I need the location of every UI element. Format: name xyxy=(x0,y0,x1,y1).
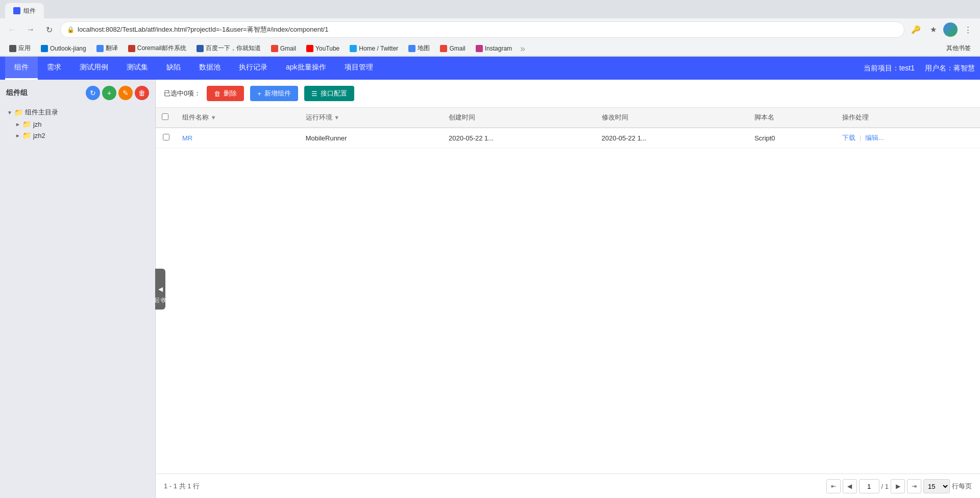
nav-item-bugs[interactable]: 缺陷 xyxy=(157,57,190,80)
sidebar-add-btn[interactable]: + xyxy=(102,86,116,100)
youtube-favicon xyxy=(306,45,313,52)
bookmark-coremail[interactable]: Coremail邮件系统 xyxy=(124,43,190,54)
pagination-bar: 1 - 1 共 1 行 ⇤ ◀ / 1 ▶ ⇥ 15 30 50 100 行每页 xyxy=(156,473,980,498)
outlook-favicon xyxy=(41,45,48,52)
jzh-toggle-icon: ► xyxy=(15,122,20,127)
tree-root[interactable]: ▼ 📁 组件主目录 xyxy=(4,106,151,118)
interface-config-button[interactable]: ☰ 接口配置 xyxy=(304,86,354,101)
selected-count: 已选中0项： xyxy=(164,89,201,98)
download-link[interactable]: 下载 xyxy=(842,134,855,141)
bookmark-twitter[interactable]: Home / Twitter xyxy=(346,44,402,53)
add-component-button[interactable]: + 新增组件 xyxy=(250,86,298,101)
page-number-input[interactable] xyxy=(859,479,879,493)
browser-tabs: 组件 xyxy=(0,0,980,18)
bookmark-other-books[interactable]: 其他书签 xyxy=(942,43,975,54)
delete-button[interactable]: 🗑 删除 xyxy=(207,86,244,101)
delete-icon: 🗑 xyxy=(214,90,220,98)
table-row: MR MobileRunner 2020-05-22 1... 2020-05-… xyxy=(156,128,980,148)
bookmark-gmail2[interactable]: Gmail xyxy=(436,44,469,53)
prev-page-btn[interactable]: ◀ xyxy=(843,479,857,493)
nav-item-components[interactable]: 组件 xyxy=(5,57,38,80)
row-actions-cell: 下载 | 编辑... xyxy=(836,128,980,148)
per-page-select[interactable]: 15 30 50 100 xyxy=(923,479,950,493)
bookmark-gmail1[interactable]: Gmail xyxy=(267,44,300,53)
header-created: 创建时间 xyxy=(443,108,596,128)
row-name-cell[interactable]: MR xyxy=(176,128,300,148)
table-body: MR MobileRunner 2020-05-22 1... 2020-05-… xyxy=(156,128,980,148)
tree-item-jzh[interactable]: ► 📁 jzh xyxy=(12,118,151,130)
bookmarks-bar: 应用 Outlook-jiang 翻译 Coremail邮件系统 百度一下，你就… xyxy=(0,41,980,56)
env-filter-icon[interactable]: ▼ xyxy=(334,114,339,121)
toolbar-actions: 🔑 ★ ⋮ xyxy=(909,22,975,37)
component-tree: ▼ 📁 组件主目录 ► 📁 jzh ► 📁 jzh2 xyxy=(4,106,151,141)
sidebar-refresh-btn[interactable]: ↻ xyxy=(86,86,100,100)
bookmark-instagram-label: Instagram xyxy=(485,45,512,52)
content-area: 已选中0项： 🗑 删除 + 新增组件 ☰ 接口配置 xyxy=(156,80,980,498)
active-tab[interactable]: 组件 xyxy=(5,3,44,18)
nav-item-requirements[interactable]: 需求 xyxy=(38,57,70,80)
nav-item-projectmgmt[interactable]: 项目管理 xyxy=(335,57,382,80)
tree-item-jzh2[interactable]: ► 📁 jzh2 xyxy=(12,130,151,141)
user-label: 用户名：蒋智慧 xyxy=(925,64,975,73)
nav-item-execution[interactable]: 执行记录 xyxy=(230,57,277,80)
bookmark-instagram[interactable]: Instagram xyxy=(472,44,516,53)
edit-link[interactable]: 编辑... xyxy=(865,134,884,141)
action-bar: 已选中0项： 🗑 删除 + 新增组件 ☰ 接口配置 xyxy=(156,80,980,108)
lock-icon: 🔒 xyxy=(67,26,75,33)
bookmark-gmail1-label: Gmail xyxy=(280,45,296,52)
first-page-btn[interactable]: ⇤ xyxy=(826,479,841,493)
row-modified-cell: 2020-05-22 1... xyxy=(596,128,749,148)
maps-favicon xyxy=(408,45,415,52)
jzh2-folder-icon: 📁 xyxy=(22,131,31,139)
address-bar[interactable]: 🔒 localhost:8082/TestLab/atf/index.html?… xyxy=(60,21,904,38)
project-label: 当前项目：test1 xyxy=(864,64,915,73)
bookmark-baidu-label: 百度一下，你就知道 xyxy=(206,44,261,53)
nav-item-testcases[interactable]: 测试用例 xyxy=(70,57,117,80)
last-page-btn[interactable]: ⇥ xyxy=(907,479,921,493)
twitter-favicon xyxy=(350,45,357,52)
table-header: 组件名称 ▼ 运行环境 ▼ 创建时间 修改时间 xyxy=(156,108,980,128)
nav-item-apk[interactable]: apk批量操作 xyxy=(277,57,335,80)
avatar-btn[interactable] xyxy=(943,22,958,37)
collapse-arrow-icon: ◀ xyxy=(158,286,163,293)
bookmark-maps[interactable]: 地图 xyxy=(404,43,434,54)
bookmark-translate[interactable]: 翻译 xyxy=(92,43,122,54)
header-actions: 操作处理 xyxy=(836,108,980,128)
tab-label: 组件 xyxy=(23,7,36,15)
table-container: 组件名称 ▼ 运行环境 ▼ 创建时间 修改时间 xyxy=(156,108,980,473)
refresh-button[interactable]: ↻ xyxy=(42,22,56,37)
bookmark-apps[interactable]: 应用 xyxy=(5,43,35,54)
header-env: 运行环境 ▼ xyxy=(300,108,443,128)
tree-item-jzh2-label: jzh2 xyxy=(33,132,45,139)
forward-button[interactable]: → xyxy=(23,22,38,37)
interface-icon: ☰ xyxy=(311,90,317,98)
back-button[interactable]: ← xyxy=(5,22,19,37)
page-controls: ⇤ ◀ / 1 ▶ ⇥ 15 30 50 100 行每页 xyxy=(826,479,972,493)
nav-item-datapool[interactable]: 数据池 xyxy=(190,57,230,80)
key-icon-btn[interactable]: 🔑 xyxy=(909,22,923,37)
nav-item-testsets[interactable]: 测试集 xyxy=(117,57,157,80)
delete-label: 删除 xyxy=(224,89,237,98)
root-toggle-icon: ▼ xyxy=(7,110,12,115)
add-icon: + xyxy=(257,90,261,98)
star-icon-btn[interactable]: ★ xyxy=(926,22,940,37)
gmail2-favicon xyxy=(440,45,447,52)
next-page-btn[interactable]: ▶ xyxy=(891,479,905,493)
bookmark-apps-label: 应用 xyxy=(18,44,31,53)
bookmark-baidu[interactable]: 百度一下，你就知道 xyxy=(192,43,265,54)
collapse-handle[interactable]: ◀ 收起 xyxy=(155,269,165,310)
tree-root-label: 组件主目录 xyxy=(25,108,58,117)
interface-label: 接口配置 xyxy=(321,89,347,98)
menu-btn[interactable]: ⋮ xyxy=(961,22,975,37)
sidebar-actions: ↻ + ✎ 🗑 xyxy=(86,86,149,100)
select-all-checkbox[interactable] xyxy=(162,113,168,120)
sidebar-delete-btn[interactable]: 🗑 xyxy=(135,86,149,100)
bookmark-outlook[interactable]: Outlook-jiang xyxy=(37,44,90,53)
row-checkbox[interactable] xyxy=(163,134,169,140)
bookmark-other-label: 其他书签 xyxy=(946,44,971,53)
nav-right: 当前项目：test1 用户名：蒋智慧 xyxy=(864,64,975,73)
sidebar-edit-btn[interactable]: ✎ xyxy=(118,86,133,100)
gmail1-favicon xyxy=(271,45,278,52)
bookmark-youtube[interactable]: YouTube xyxy=(302,44,344,53)
name-filter-icon[interactable]: ▼ xyxy=(211,114,216,121)
